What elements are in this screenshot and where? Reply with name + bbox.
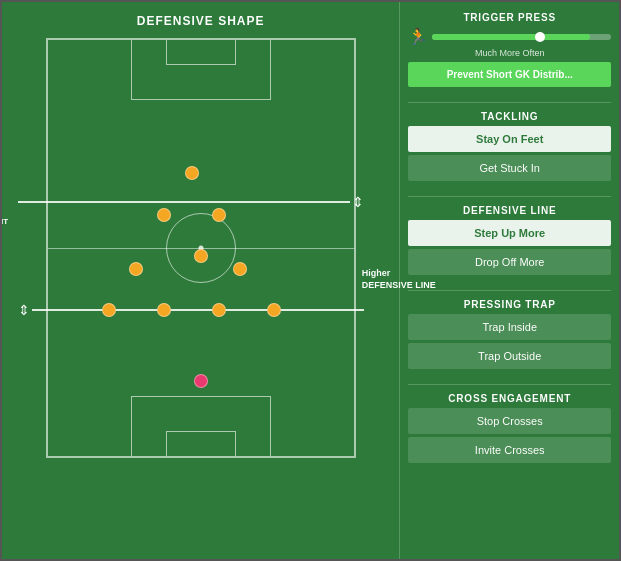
defensive-line-arrow-left: ⇕ — [18, 302, 30, 318]
divider-1 — [408, 102, 611, 103]
engagement-line — [18, 201, 350, 203]
tackling-section: TACKLING Stay On Feet Get Stuck In — [408, 111, 611, 184]
goal-box-top — [166, 40, 236, 65]
main-container: DEFENSIVE SHAPE Mid BlockLINE OFENGAGEME… — [0, 0, 621, 561]
stop-crosses-button[interactable]: Stop Crosses — [408, 408, 611, 434]
trigger-press-subtitle: Much More Often — [408, 48, 611, 58]
trigger-press-title: TRIGGER PRESS — [408, 12, 611, 23]
cross-engagement-section: CROSS ENGAGEMENT Stop Crosses Invite Cro… — [408, 393, 611, 466]
trigger-press-fill — [432, 34, 589, 40]
player-def-1 — [102, 303, 116, 317]
pressing-trap-title: PRESSING TRAP — [408, 299, 611, 310]
divider-4 — [408, 384, 611, 385]
player-def-2 — [157, 303, 171, 317]
left-panel-title: DEFENSIVE SHAPE — [137, 14, 265, 28]
cross-engagement-title: CROSS ENGAGEMENT — [408, 393, 611, 404]
trigger-press-section: TRIGGER PRESS 🏃 Much More Often Prevent … — [408, 12, 611, 90]
player-def-4 — [267, 303, 281, 317]
pitch-wrapper: Mid BlockLINE OFENGAGEMENT HigherDEFENSI… — [46, 38, 356, 458]
tackling-title: TACKLING — [408, 111, 611, 122]
player-mid-3 — [233, 262, 247, 276]
goalkeeper — [194, 374, 208, 388]
engagement-line-arrow: ⇕ — [352, 194, 364, 210]
higher-defensive-line-label: HigherDEFENSIVE LINE — [362, 268, 436, 291]
drop-off-more-button[interactable]: Drop Off More — [408, 249, 611, 275]
player-am-2 — [212, 208, 226, 222]
trigger-press-slider[interactable] — [432, 34, 611, 40]
left-panel: DEFENSIVE SHAPE Mid BlockLINE OFENGAGEME… — [2, 2, 399, 559]
player-mid-2 — [194, 249, 208, 263]
runner-icon: 🏃 — [408, 27, 428, 46]
player-def-3 — [212, 303, 226, 317]
mid-block-label: Mid BlockLINE OFENGAGEMENT — [0, 193, 8, 228]
player-am-1 — [157, 208, 171, 222]
trigger-press-thumb — [535, 32, 545, 42]
invite-crosses-button[interactable]: Invite Crosses — [408, 437, 611, 463]
goal-box-bottom — [166, 431, 236, 456]
defensive-line-container: ⇕ — [18, 302, 364, 318]
divider-3 — [408, 290, 611, 291]
step-up-more-button[interactable]: Step Up More — [408, 220, 611, 246]
player-fw-1 — [185, 166, 199, 180]
trap-inside-button[interactable]: Trap Inside — [408, 314, 611, 340]
stay-on-feet-button[interactable]: Stay On Feet — [408, 126, 611, 152]
runner-row: 🏃 — [408, 27, 611, 46]
engagement-line-container: ⇕ — [18, 194, 364, 210]
pitch: ⇕ ⇕ — [46, 38, 356, 458]
prevent-short-gk-button[interactable]: Prevent Short GK Distrib... — [408, 62, 611, 87]
pressing-trap-section: PRESSING TRAP Trap Inside Trap Outside — [408, 299, 611, 372]
trap-outside-button[interactable]: Trap Outside — [408, 343, 611, 369]
player-mid-1 — [129, 262, 143, 276]
defensive-line — [32, 309, 364, 311]
defensive-line-title: DEFENSIVE LINE — [408, 205, 611, 216]
get-stuck-in-button[interactable]: Get Stuck In — [408, 155, 611, 181]
divider-2 — [408, 196, 611, 197]
defensive-line-section: DEFENSIVE LINE Step Up More Drop Off Mor… — [408, 205, 611, 278]
